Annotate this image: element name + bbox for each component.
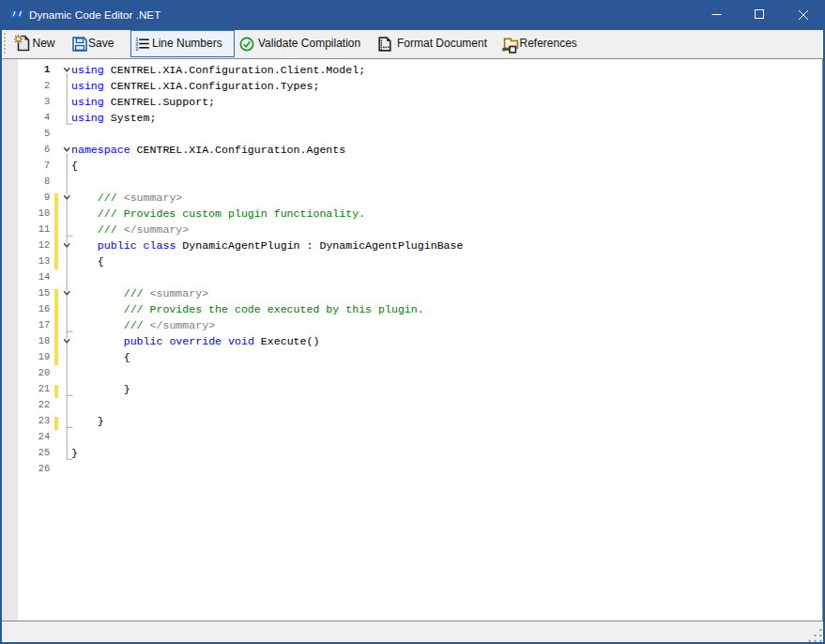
svg-text:3: 3: [135, 46, 138, 52]
